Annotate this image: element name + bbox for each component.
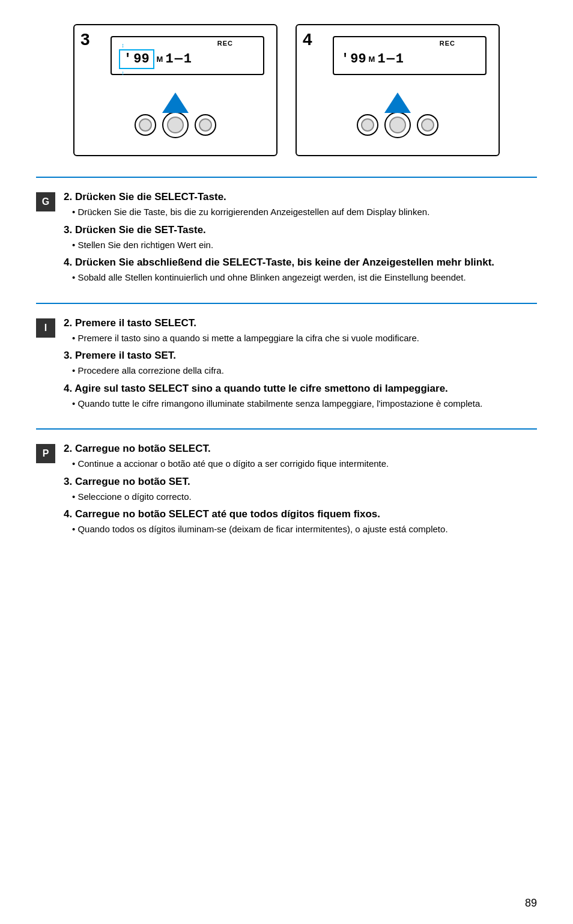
panel-4-arrow-up bbox=[384, 93, 411, 113]
panel-4-lcd: REC ' 99 M 1 — 1 bbox=[333, 36, 487, 75]
panel-3-btn-left-inner bbox=[139, 118, 152, 132]
portuguese-item-3: 4. Carregue no botão SELECT até que todo… bbox=[64, 508, 537, 536]
italian-bullet-3: Quando tutte le cifre rimangono illumina… bbox=[72, 397, 537, 411]
panel-3-buttons bbox=[135, 112, 216, 138]
panel-4-number: 4 bbox=[303, 30, 312, 49]
portuguese-bullet-3: Quando todos os dígitos iluminam-se (dei… bbox=[72, 523, 537, 536]
panel-4-rec-label: REC bbox=[440, 40, 455, 47]
panel-4-suffix: 1 bbox=[377, 52, 385, 67]
portuguese-content: 2. Carregue no botão SELECT. Continue a … bbox=[64, 443, 537, 541]
portuguese-item-1: 2. Carregue no botão SELECT. Continue a … bbox=[64, 443, 537, 471]
german-heading-3: 4. Drücken Sie abschließend die SELECT-T… bbox=[64, 257, 537, 269]
german-num-1: 2. bbox=[64, 191, 75, 202]
divider-portuguese-top bbox=[36, 428, 537, 430]
panel-3-highlight-box: ↕ ↕ ' 99 bbox=[119, 49, 154, 69]
panel-4-btn-right-inner bbox=[421, 118, 434, 132]
german-item-2: 3. Drücken Sie die SET-Taste. Stellen Si… bbox=[64, 224, 537, 252]
panel-3-arrow-up bbox=[162, 93, 189, 113]
panel-4-one: 1 bbox=[396, 52, 404, 67]
german-heading-2: 3. Drücken Sie die SET-Taste. bbox=[64, 224, 537, 236]
panel-3-rec-label: REC bbox=[217, 40, 233, 47]
panel-3-bar: — bbox=[175, 52, 183, 67]
panel-4-digit-99: 99 bbox=[350, 52, 366, 67]
italian-item-1: 2. Premere il tasto SELECT. Premere il t… bbox=[64, 317, 537, 345]
panel-3-btn-right bbox=[195, 114, 216, 136]
panel-3-number: 3 bbox=[80, 30, 90, 49]
italian-item-2: 3. Premere il tasto SET. Procedere alla … bbox=[64, 350, 537, 378]
page: 3 REC ↕ ↕ ' 99 M 1 — 1 bbox=[0, 0, 573, 924]
portuguese-bullet-2: Seleccione o dígito correcto. bbox=[72, 490, 537, 504]
panel-3-btn-right-inner bbox=[199, 118, 212, 132]
page-number: 89 bbox=[525, 897, 537, 910]
german-bullet-1: Drücken Sie die Taste, bis die zu korrig… bbox=[72, 205, 537, 219]
diagram-panel-3: 3 REC ↕ ↕ ' 99 M 1 — 1 bbox=[73, 24, 277, 156]
italian-content: 2. Premere il tasto SELECT. Premere il t… bbox=[64, 317, 537, 416]
german-badge: G bbox=[36, 192, 55, 211]
panel-3-one: 1 bbox=[184, 52, 192, 67]
italian-section: I 2. Premere il tasto SELECT. Premere il… bbox=[36, 311, 537, 422]
panel-3-digit-apostrophe: ' bbox=[124, 52, 132, 67]
panel-4-btn-left-inner bbox=[361, 118, 374, 132]
german-bullet-2: Stellen Sie den richtigen Wert ein. bbox=[72, 239, 537, 252]
portuguese-heading-3: 4. Carregue no botão SELECT até que todo… bbox=[64, 508, 537, 520]
portuguese-item-2: 3. Carregue no botão SET. Seleccione o d… bbox=[64, 476, 537, 504]
portuguese-section: P 2. Carregue no botão SELECT. Continue … bbox=[36, 437, 537, 547]
panel-3-digit-99: 99 bbox=[133, 52, 149, 67]
panel-4-btn-center-inner bbox=[389, 117, 406, 133]
panel-4-m-symbol: M bbox=[369, 55, 375, 64]
panel-4-btn-left bbox=[357, 114, 378, 136]
panel-3-btn-left bbox=[135, 114, 156, 136]
diagram-panel-4: 4 REC ' 99 M 1 — 1 bbox=[296, 24, 500, 156]
italian-item-3: 4. Agire sul tasto SELECT sino a quando … bbox=[64, 383, 537, 411]
portuguese-heading-1: 2. Carregue no botão SELECT. bbox=[64, 443, 537, 455]
german-content: 2. Drücken Sie die SELECT-Taste. Drücken… bbox=[64, 191, 537, 290]
panel-4-btn-center bbox=[384, 112, 411, 138]
portuguese-bullet-1: Continue a accionar o botão até que o dí… bbox=[72, 457, 537, 471]
panel-4-bar: — bbox=[387, 52, 395, 67]
italian-bullet-2: Procedere alla correzione della cifra. bbox=[72, 364, 537, 378]
divider-italian-top bbox=[36, 303, 537, 304]
panel-4-digits-row: ' 99 M 1 — 1 bbox=[339, 52, 481, 67]
german-item-3: 4. Drücken Sie abschließend die SELECT-T… bbox=[64, 257, 537, 285]
portuguese-badge: P bbox=[36, 444, 55, 463]
panel-3-suffix: 1 bbox=[165, 52, 173, 67]
divider-german-top bbox=[36, 177, 537, 178]
panel-3-btn-center bbox=[162, 112, 189, 138]
italian-heading-2: 3. Premere il tasto SET. bbox=[64, 350, 537, 362]
panel-4-buttons bbox=[357, 112, 438, 138]
panel-3-btn-center-inner bbox=[167, 117, 184, 133]
italian-heading-1: 2. Premere il tasto SELECT. bbox=[64, 317, 537, 329]
italian-bullet-1: Premere il tasto sino a quando si mette … bbox=[72, 332, 537, 345]
italian-heading-3: 4. Agire sul tasto SELECT sino a quando … bbox=[64, 383, 537, 395]
german-item-1: 2. Drücken Sie die SELECT-Taste. Drücken… bbox=[64, 191, 537, 219]
panel-3-lcd: REC ↕ ↕ ' 99 M 1 — 1 bbox=[111, 36, 264, 75]
panel-3-digits-row: ↕ ↕ ' 99 M 1 — 1 bbox=[117, 49, 258, 69]
panel-4-btn-right bbox=[417, 114, 438, 136]
portuguese-heading-2: 3. Carregue no botão SET. bbox=[64, 476, 537, 488]
german-section: G 2. Drücken Sie die SELECT-Taste. Drück… bbox=[36, 185, 537, 296]
panel-3-m-symbol: M bbox=[157, 55, 163, 64]
german-bullet-3: Sobald alle Stellen kontinuierlich und o… bbox=[72, 271, 537, 285]
german-heading-1: 2. Drücken Sie die SELECT-Taste. bbox=[64, 191, 537, 203]
italian-badge: I bbox=[36, 318, 55, 338]
panel-4-digit-apostrophe: ' bbox=[341, 52, 349, 67]
diagram-section: 3 REC ↕ ↕ ' 99 M 1 — 1 bbox=[36, 18, 537, 162]
